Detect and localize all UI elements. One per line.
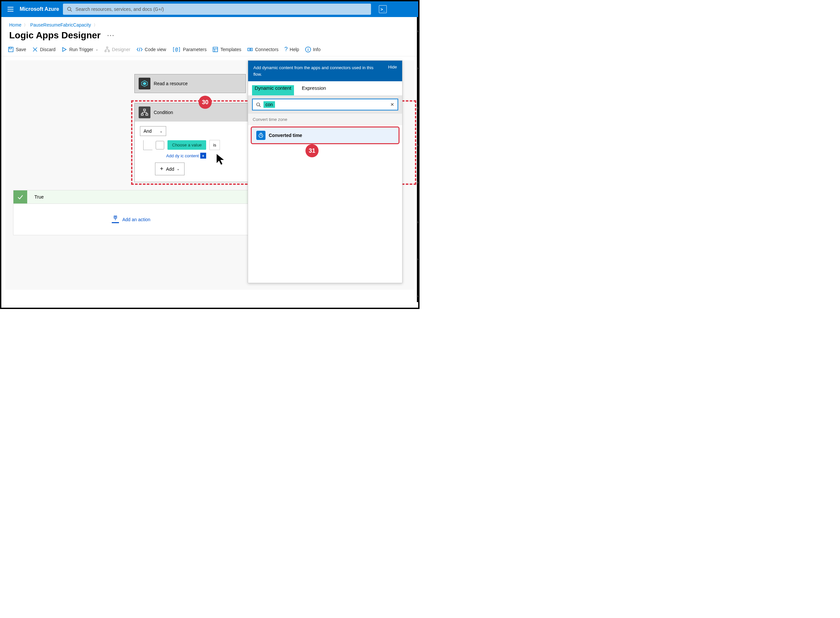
designer-icon (104, 46, 110, 52)
breadcrumb-home[interactable]: Home (9, 22, 21, 28)
parameters-icon: [@] (172, 46, 181, 52)
condition-group-operator[interactable]: And ⌄ (140, 126, 166, 136)
hide-button[interactable]: Hide (388, 65, 397, 70)
annotation-callout-30: 30 (199, 96, 212, 109)
svg-line-41 (261, 133, 262, 134)
popover-title: Add dynamic content from the apps and co… (253, 65, 375, 77)
save-button[interactable]: Save (8, 46, 26, 52)
add-row-button[interactable]: + Add ⌄ (155, 162, 184, 175)
global-search-input[interactable]: Search resources, services, and docs (G+… (63, 4, 371, 15)
svg-point-35 (257, 103, 260, 105)
row-checkbox[interactable] (156, 141, 164, 149)
svg-rect-26 (146, 114, 148, 115)
svg-marker-6 (62, 48, 66, 52)
tab-dynamic-content[interactable]: Dynamic content (252, 85, 294, 95)
clock-icon (256, 131, 266, 140)
breadcrumb: Home 〉 PauseResumeFabricCapacity 〉 (1, 17, 418, 30)
parameters-button[interactable]: [@] Parameters (172, 46, 207, 52)
page-title-row: Logic Apps Designer ··· (1, 30, 418, 41)
info-icon (305, 46, 311, 52)
svg-line-14 (139, 48, 140, 52)
arm-icon (139, 78, 150, 89)
close-icon (32, 46, 38, 52)
plus-icon: + (200, 153, 206, 159)
more-button[interactable]: ··· (107, 32, 115, 39)
search-value: con (263, 101, 275, 108)
run-trigger-button[interactable]: Run Trigger ⌄ (61, 46, 98, 52)
svg-line-39 (261, 136, 262, 136)
code-view-button[interactable]: Code view (136, 46, 166, 52)
help-button[interactable]: ? Help (284, 46, 299, 53)
cloud-shell-button[interactable]: >_ (379, 5, 387, 13)
operand-left-input[interactable]: Choose a value (168, 140, 206, 150)
svg-point-21 (308, 48, 308, 49)
templates-icon (213, 46, 218, 52)
help-icon: ? (284, 46, 288, 53)
true-branch: True Add an action (13, 190, 249, 235)
search-icon (67, 7, 72, 12)
svg-rect-15 (213, 47, 218, 52)
chevron-down-icon: ⌄ (95, 47, 98, 52)
operator-select[interactable]: is (210, 140, 220, 150)
connectors-icon (247, 46, 253, 52)
svg-rect-2 (9, 47, 13, 52)
plus-icon: + (160, 165, 164, 172)
tab-expression[interactable]: Expression (302, 85, 326, 95)
svg-line-1 (70, 10, 72, 12)
token-converted-time[interactable]: Converted time (251, 126, 400, 144)
add-action-button[interactable]: Add an action (13, 204, 249, 235)
search-icon (256, 102, 261, 107)
svg-line-40 (260, 133, 260, 134)
action-card-read-resource[interactable]: Read a resource (134, 74, 246, 93)
svg-line-36 (259, 105, 260, 107)
chevron-down-icon: ⌄ (177, 167, 180, 171)
svg-rect-9 (108, 51, 110, 52)
hamburger-menu-button[interactable] (5, 4, 16, 15)
code-icon (136, 46, 143, 52)
dynamic-content-popover: Add dynamic content from the apps and co… (248, 60, 403, 283)
token-group-header: Convert time zone (248, 114, 402, 125)
designer-toolbar: Save Discard Run Trigger ⌄ Designer Code… (1, 41, 418, 56)
save-icon (8, 46, 14, 52)
card-title: Read a resource (154, 81, 188, 86)
svg-rect-24 (144, 109, 146, 111)
designer-tab[interactable]: Designer (104, 46, 131, 52)
breadcrumb-item[interactable]: PauseResumeFabricCapacity (30, 22, 91, 28)
chevron-down-icon: ⌄ (160, 129, 162, 134)
branch-label: True (31, 191, 47, 203)
card-title: Condition (154, 110, 173, 115)
torn-edge-decoration (417, 17, 419, 302)
add-action-icon (112, 215, 119, 223)
connectors-button[interactable]: Connectors (247, 46, 279, 52)
brand-label: Microsoft Azure (20, 6, 59, 12)
discard-button[interactable]: Discard (32, 46, 55, 52)
svg-rect-7 (107, 47, 108, 48)
condition-icon (139, 107, 150, 118)
play-icon (61, 46, 67, 52)
svg-rect-25 (141, 114, 143, 115)
check-icon (13, 190, 27, 204)
tree-connector (143, 140, 152, 150)
svg-point-0 (67, 7, 71, 10)
token-label: Converted time (269, 133, 302, 138)
annotation-callout-31: 31 (305, 144, 318, 157)
dynamic-content-search-input[interactable]: con ✕ (252, 99, 398, 110)
templates-button[interactable]: Templates (213, 46, 241, 52)
svg-marker-23 (143, 82, 146, 85)
chevron-right-icon: 〉 (94, 22, 97, 28)
chevron-right-icon: 〉 (24, 22, 28, 28)
svg-rect-8 (105, 51, 106, 52)
svg-rect-3 (9, 47, 12, 49)
clear-search-button[interactable]: ✕ (390, 102, 394, 107)
page-title: Logic Apps Designer (9, 30, 101, 41)
search-placeholder: Search resources, services, and docs (G+… (75, 7, 164, 12)
designer-canvas[interactable]: Read a resource Condition And ⌄ Choose a… (5, 60, 414, 290)
info-button[interactable]: Info (305, 46, 321, 52)
azure-topbar: Microsoft Azure Search resources, servic… (1, 1, 418, 17)
